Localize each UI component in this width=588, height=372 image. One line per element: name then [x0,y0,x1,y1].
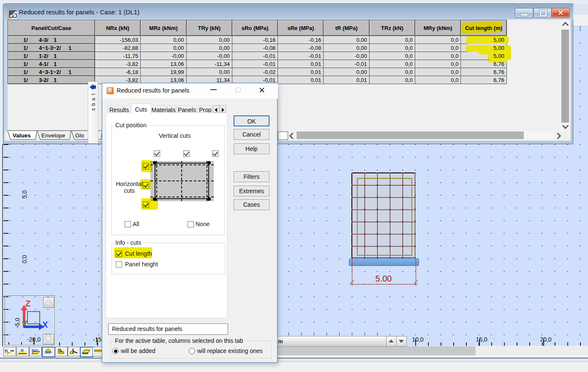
svg-text:Values: Values [13,132,31,139]
svg-text:Glo: Glo [75,132,84,139]
svg-text:Envelope: Envelope [41,132,65,139]
svg-text:n: n [5,348,8,354]
